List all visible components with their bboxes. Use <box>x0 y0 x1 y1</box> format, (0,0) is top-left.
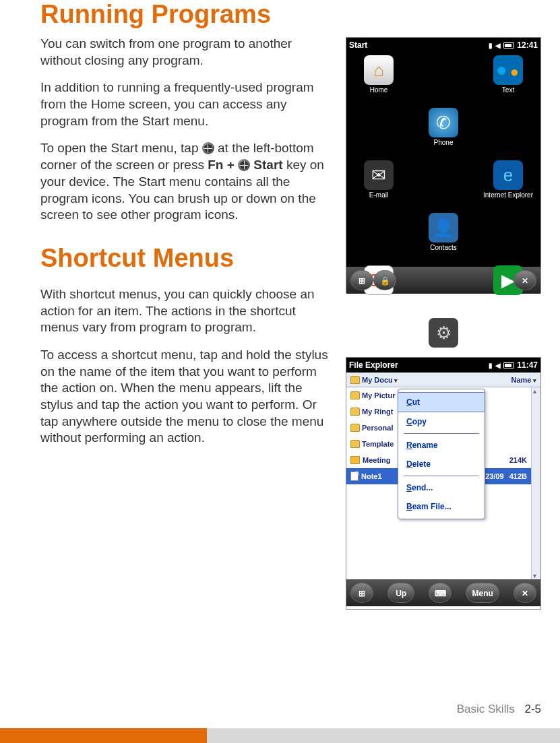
start-item-phone[interactable]: ✆Phone <box>411 108 476 146</box>
start-item-home[interactable]: ⌂Home <box>346 55 411 94</box>
battery-icon <box>503 362 514 368</box>
scrollbar[interactable] <box>531 387 540 579</box>
start-titlebar: Start 12:41 <box>346 38 540 53</box>
start-item-text[interactable]: Text <box>476 55 540 94</box>
signal-icon <box>489 38 493 53</box>
heading-running-programs: Running Programs <box>40 0 533 29</box>
email-icon: ✉ <box>364 160 394 190</box>
start-item-email[interactable]: ✉E-mail <box>346 160 411 199</box>
home-icon: ⌂ <box>364 55 394 85</box>
signal-icon <box>489 358 493 373</box>
lock-button[interactable]: 🔒 <box>373 270 396 290</box>
windows-button[interactable]: ⊞ <box>350 583 373 603</box>
page-footer: Basic Skills 2-5 <box>457 703 541 716</box>
start-item-contacts[interactable]: 👤Contacts <box>411 213 476 251</box>
footer-bar <box>0 728 560 743</box>
volume-icon <box>495 38 501 53</box>
page-number: 2-5 <box>524 703 541 715</box>
document-icon <box>350 472 359 481</box>
start-item-settings[interactable]: ⚙Settings <box>411 318 476 356</box>
menu-button[interactable]: Menu <box>466 583 499 603</box>
para-2: In addition to running a frequently-used… <box>40 79 330 129</box>
start-grid: ⌂Home Text ✆Phone ✉E-mail eInternet Expl… <box>346 53 540 267</box>
settings-icon: ⚙ <box>429 318 458 348</box>
close-button[interactable]: ✕ <box>514 583 536 603</box>
contacts-icon: 👤 <box>429 213 458 243</box>
menu-item-cut[interactable]: Cut <box>398 392 485 412</box>
menu-item-copy[interactable]: Copy <box>398 412 485 431</box>
start-clock: 12:41 <box>517 38 538 53</box>
para-3: To open the Start menu, tap at the left-… <box>40 140 330 223</box>
menu-item-send[interactable]: Send... <box>398 478 485 497</box>
menu-item-rename[interactable]: Rename <box>398 436 485 455</box>
context-menu: Cut Copy Rename Delete Send... Beam File… <box>398 389 485 519</box>
screenshot-file-explorer: File Explorer 11:47 My Docu Name My Pict… <box>346 357 541 610</box>
start-key-icon <box>238 159 250 171</box>
para-1: You can switch from one program to anoth… <box>40 36 330 69</box>
fe-breadcrumb[interactable]: My Docu Name <box>346 373 540 387</box>
screenshot-start-menu: Start 12:41 ⌂Home Text ✆Phone ✉E-mail eI… <box>346 37 541 293</box>
folder-icon <box>350 408 360 416</box>
fe-titlebar: File Explorer 11:47 <box>346 358 540 373</box>
up-button[interactable]: Up <box>387 583 414 603</box>
chapter-name: Basic Skills <box>457 703 515 715</box>
fe-list: My Pictur My Ringt Personal Template Mee… <box>346 387 540 579</box>
menu-item-delete[interactable]: Delete <box>398 455 485 474</box>
menu-item-beam[interactable]: Beam File... <box>398 497 485 516</box>
ie-icon: e <box>493 160 523 190</box>
start-icon <box>202 142 214 154</box>
phone-icon: ✆ <box>429 108 458 137</box>
fe-clock: 11:47 <box>517 358 538 373</box>
windows-button[interactable]: ⊞ <box>350 270 373 290</box>
fe-bottom-bar: ⊞ Up ⌨ Menu ✕ <box>346 579 540 606</box>
para-5: To access a shortcut menu, tap and hold … <box>40 347 330 447</box>
audio-icon <box>350 456 360 464</box>
folder-icon <box>350 440 360 448</box>
battery-icon <box>503 42 514 49</box>
folder-icon <box>350 424 360 432</box>
folder-icon <box>350 391 360 399</box>
start-title: Start <box>349 38 486 53</box>
fe-title: File Explorer <box>349 358 486 373</box>
start-item-ie[interactable]: eInternet Explorer <box>476 160 540 199</box>
text-icon <box>493 55 523 85</box>
close-button[interactable]: ✕ <box>514 270 536 290</box>
folder-icon <box>350 376 360 384</box>
volume-icon <box>495 358 501 373</box>
para-4: With shortcut menus, you can quickly cho… <box>40 286 330 336</box>
fe-sort[interactable]: Name <box>511 376 536 384</box>
keyboard-button[interactable]: ⌨ <box>429 583 452 603</box>
